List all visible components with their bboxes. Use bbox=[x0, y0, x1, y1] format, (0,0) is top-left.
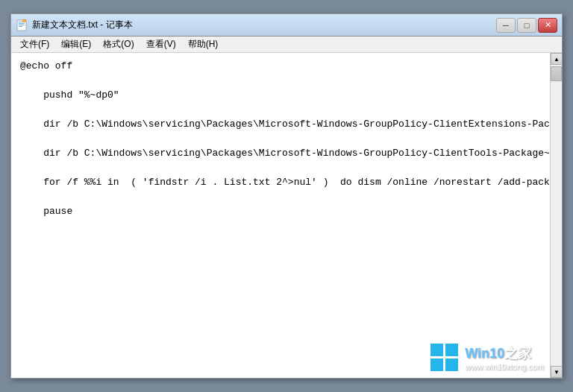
maximize-button[interactable]: □ bbox=[517, 18, 536, 33]
watermark-text: Win10之家 www.win10xtong.com bbox=[465, 344, 544, 371]
watermark-url: www.win10xtong.com bbox=[465, 362, 544, 371]
notepad-icon bbox=[16, 19, 28, 31]
vertical-scrollbar[interactable]: ▲ ▼ bbox=[550, 53, 562, 378]
scrollbar-down-button[interactable]: ▼ bbox=[551, 366, 562, 378]
svg-rect-6 bbox=[430, 344, 443, 356]
menu-help[interactable]: 帮助(H) bbox=[182, 37, 225, 52]
watermark-win10: Win10 bbox=[465, 346, 504, 361]
svg-rect-7 bbox=[445, 344, 458, 356]
close-button[interactable]: ✕ bbox=[538, 18, 557, 33]
title-bar-left: 新建文本文档.txt - 记事本 bbox=[16, 19, 133, 31]
svg-rect-4 bbox=[19, 26, 22, 27]
watermark: Win10之家 www.win10xtong.com bbox=[430, 344, 544, 372]
svg-rect-3 bbox=[19, 25, 25, 25]
minimize-button[interactable]: ─ bbox=[496, 18, 516, 33]
menu-view[interactable]: 查看(V) bbox=[140, 37, 182, 52]
window-title: 新建文本文档.txt - 记事本 bbox=[32, 19, 133, 31]
svg-rect-5 bbox=[22, 19, 26, 22]
menu-edit[interactable]: 编辑(E) bbox=[55, 37, 97, 52]
title-bar-buttons: ─ □ ✕ bbox=[496, 18, 557, 33]
title-bar: 新建文本文档.txt - 记事本 ─ □ ✕ bbox=[11, 14, 562, 37]
watermark-zhijia: 之家 bbox=[504, 346, 531, 361]
svg-rect-8 bbox=[430, 358, 443, 371]
svg-rect-2 bbox=[19, 23, 25, 24]
menu-bar: 文件(F) 编辑(E) 格式(O) 查看(V) 帮助(H) bbox=[11, 37, 562, 53]
editor-area: ▲ ▼ Win10之家 www.win10xtong.com bbox=[11, 53, 562, 378]
watermark-title: Win10之家 bbox=[465, 344, 531, 362]
text-editor[interactable] bbox=[11, 53, 550, 378]
scrollbar-up-button[interactable]: ▲ bbox=[551, 53, 562, 65]
svg-rect-9 bbox=[445, 358, 458, 371]
scrollbar-thumb[interactable] bbox=[551, 66, 562, 81]
win10-logo-icon bbox=[430, 344, 459, 372]
menu-file[interactable]: 文件(F) bbox=[14, 37, 55, 52]
notepad-window: 新建文本文档.txt - 记事本 ─ □ ✕ 文件(F) 编辑(E) 格式(O)… bbox=[10, 13, 563, 379]
menu-format[interactable]: 格式(O) bbox=[97, 37, 140, 52]
